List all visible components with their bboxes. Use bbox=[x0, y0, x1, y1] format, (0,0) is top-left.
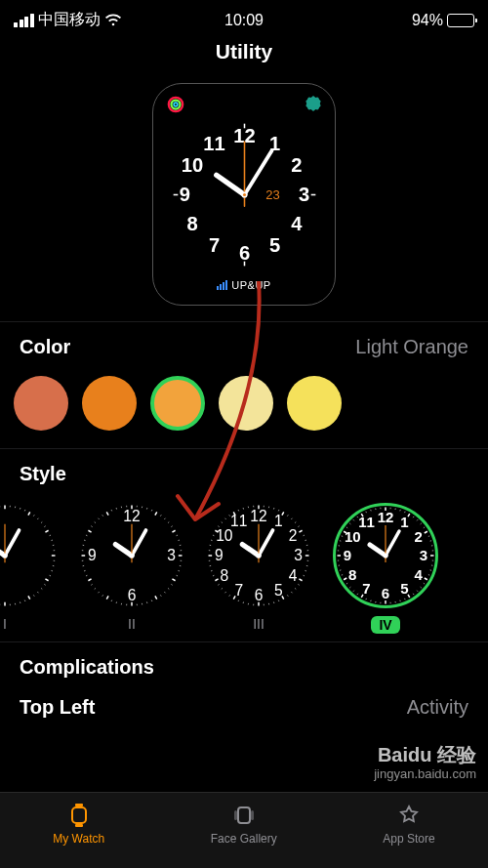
style-option[interactable]: I bbox=[0, 503, 68, 634]
style-label: II bbox=[120, 616, 143, 632]
svg-line-122 bbox=[111, 600, 112, 601]
color-swatch[interactable] bbox=[14, 376, 68, 431]
style-option[interactable]: 121234567891011 IV bbox=[322, 503, 449, 634]
top-left-label: Top Left bbox=[20, 696, 95, 719]
date-complication: 23 bbox=[265, 187, 279, 202]
color-swatch[interactable] bbox=[219, 376, 273, 431]
svg-line-270 bbox=[349, 587, 350, 588]
top-left-complication-row[interactable]: Top Left Activity bbox=[0, 692, 488, 732]
svg-line-93 bbox=[155, 512, 157, 515]
svg-text:3: 3 bbox=[167, 547, 176, 563]
svg-line-212 bbox=[238, 510, 239, 511]
svg-point-23 bbox=[242, 192, 245, 195]
tab-app-store[interactable]: App Store bbox=[383, 803, 434, 846]
svg-text:11: 11 bbox=[230, 513, 247, 529]
svg-point-155 bbox=[129, 553, 134, 558]
svg-line-32 bbox=[41, 522, 42, 523]
svg-line-242 bbox=[425, 531, 427, 533]
svg-line-240 bbox=[421, 523, 422, 524]
svg-line-110 bbox=[168, 588, 169, 589]
svg-line-129 bbox=[86, 575, 87, 576]
svg-rect-311 bbox=[238, 807, 250, 823]
svg-line-33 bbox=[44, 526, 45, 527]
svg-line-285 bbox=[353, 519, 354, 520]
svg-text:5: 5 bbox=[274, 582, 283, 599]
svg-line-141 bbox=[99, 518, 100, 519]
style-option[interactable]: 12369 II bbox=[68, 503, 195, 634]
svg-text:7: 7 bbox=[362, 580, 370, 597]
svg-point-231 bbox=[256, 553, 261, 558]
svg-line-47 bbox=[37, 592, 38, 593]
svg-line-266 bbox=[366, 599, 367, 599]
watch-face-preview: 12 1 2 3 4 5 6 7 8 9 10 11 23 bbox=[0, 75, 488, 321]
top-left-value: Activity bbox=[407, 696, 468, 719]
complications-label: Complications bbox=[20, 656, 154, 679]
svg-text:6: 6 bbox=[255, 587, 264, 603]
svg-text:8: 8 bbox=[348, 566, 356, 583]
svg-text:8: 8 bbox=[221, 567, 229, 584]
style-option-strip[interactable]: I 12369 II 121234567891011 III 121234567… bbox=[0, 499, 488, 641]
color-swatch[interactable] bbox=[287, 376, 342, 431]
svg-line-167 bbox=[304, 535, 305, 536]
svg-line-34 bbox=[45, 530, 48, 532]
svg-point-307 bbox=[384, 554, 388, 558]
svg-line-128 bbox=[88, 579, 91, 581]
svg-line-209 bbox=[225, 518, 226, 519]
svg-text:11: 11 bbox=[203, 132, 224, 153]
svg-line-253 bbox=[424, 583, 425, 584]
style-label: IV bbox=[371, 616, 399, 634]
svg-line-256 bbox=[413, 594, 414, 595]
svg-line-177 bbox=[298, 584, 299, 585]
svg-line-192 bbox=[229, 595, 230, 596]
svg-line-175 bbox=[304, 575, 305, 576]
svg-line-44 bbox=[45, 579, 48, 581]
color-swatch[interactable] bbox=[82, 376, 137, 431]
svg-line-197 bbox=[213, 575, 214, 576]
svg-line-165 bbox=[298, 526, 299, 527]
svg-rect-310 bbox=[75, 824, 83, 827]
svg-text:4: 4 bbox=[415, 566, 424, 583]
svg-line-241 bbox=[424, 527, 425, 528]
svg-line-99 bbox=[177, 535, 178, 536]
svg-text:7: 7 bbox=[234, 582, 243, 599]
svg-line-111 bbox=[164, 592, 165, 593]
svg-line-113 bbox=[155, 596, 157, 599]
svg-line-251 bbox=[428, 575, 429, 576]
svg-rect-309 bbox=[75, 804, 83, 806]
color-value: Light Orange bbox=[355, 336, 468, 358]
watermark: Baidu 经验 jingyan.baidu.com bbox=[374, 743, 476, 782]
svg-line-193 bbox=[225, 592, 226, 593]
svg-line-144 bbox=[111, 510, 112, 511]
svg-line-48 bbox=[33, 595, 34, 596]
svg-line-107 bbox=[177, 575, 178, 576]
svg-line-179 bbox=[291, 592, 292, 593]
svg-line-190 bbox=[238, 600, 239, 601]
color-swatch[interactable] bbox=[150, 376, 205, 431]
color-section-header[interactable]: Color Light Orange bbox=[0, 321, 488, 372]
style-option[interactable]: 121234567891011 III bbox=[195, 503, 322, 634]
svg-line-153 bbox=[132, 530, 146, 556]
tab-face-gallery[interactable]: Face Gallery bbox=[211, 803, 277, 846]
svg-line-178 bbox=[295, 588, 296, 589]
svg-line-30 bbox=[33, 515, 34, 516]
svg-rect-308 bbox=[72, 807, 86, 823]
svg-line-228 bbox=[242, 545, 259, 556]
color-swatch-strip[interactable] bbox=[0, 372, 488, 448]
svg-text:12: 12 bbox=[123, 508, 140, 524]
svg-text:4: 4 bbox=[291, 212, 303, 233]
svg-line-108 bbox=[172, 579, 175, 581]
svg-line-152 bbox=[115, 545, 132, 556]
svg-text:6: 6 bbox=[382, 585, 389, 601]
svg-line-43 bbox=[50, 575, 51, 576]
svg-line-273 bbox=[342, 575, 343, 576]
svg-line-94 bbox=[160, 515, 161, 516]
svg-text:11: 11 bbox=[358, 514, 375, 530]
app-store-icon bbox=[396, 803, 422, 828]
tab-my-watch[interactable]: My Watch bbox=[53, 803, 104, 846]
svg-text:1: 1 bbox=[274, 513, 283, 529]
now-playing-icon bbox=[217, 280, 227, 290]
svg-line-196 bbox=[215, 579, 218, 581]
svg-text:2: 2 bbox=[289, 527, 298, 544]
svg-line-125 bbox=[99, 592, 100, 593]
svg-line-268 bbox=[357, 594, 358, 595]
